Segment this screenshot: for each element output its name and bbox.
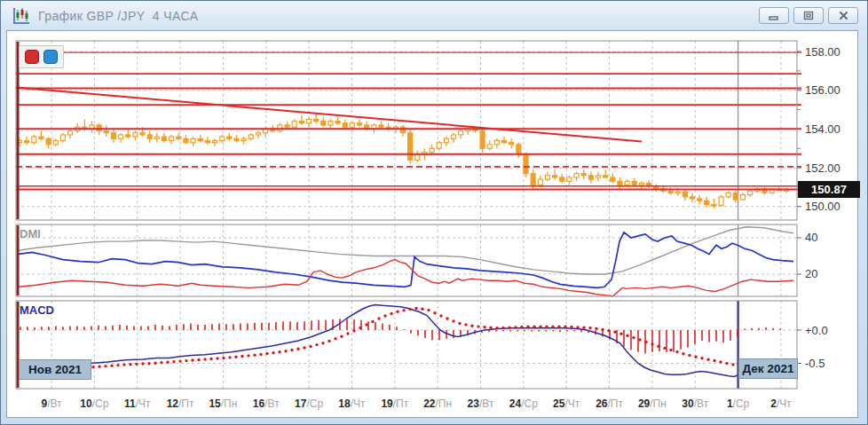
x-axis-labels: 9/Вт10/Ср11/Чт12/Пт15/Пн16/Вт17/Ср18/Чт1…: [41, 397, 792, 410]
candles-layer: [18, 114, 789, 209]
trendline: [16, 87, 642, 141]
panel-borders: [16, 41, 797, 389]
dmi-panel-label: DMI: [20, 227, 41, 240]
svg-text:22/Пн: 22/Пн: [423, 397, 452, 410]
svg-text:19/Пт: 19/Пт: [381, 397, 408, 410]
svg-text:9/Вт: 9/Вт: [41, 397, 62, 410]
svg-text:30/Вт: 30/Вт: [682, 397, 708, 410]
gridlines: [16, 41, 797, 389]
macd-panel-label: MACD: [20, 303, 54, 317]
svg-text:15/Пн: 15/Пн: [209, 397, 237, 410]
svg-text:18/Чт: 18/Чт: [338, 397, 366, 410]
app-window: График GBP /JPY 4 ЧАСА 158.00156.00154.0…: [0, 0, 868, 425]
month-label-nov: Нов 2021: [19, 359, 91, 380]
svg-text:154.00: 154.00: [805, 122, 840, 136]
svg-text:25/Чт: 25/Чт: [553, 397, 580, 410]
svg-text:158.00: 158.00: [805, 45, 840, 59]
svg-text:1/Ср: 1/Ср: [727, 397, 750, 410]
svg-text:20: 20: [805, 267, 817, 280]
chart-toolbar: [19, 45, 64, 68]
svg-text:11/Чт: 11/Чт: [124, 397, 151, 410]
svg-text:-0.5: -0.5: [805, 357, 825, 370]
svg-text:29/Пн: 29/Пн: [638, 397, 667, 410]
macd-axis: +0.0-0.5: [797, 324, 828, 371]
svg-text:2/Чт: 2/Чт: [770, 397, 792, 410]
svg-text:156.00: 156.00: [805, 83, 840, 97]
red-marker-button[interactable]: [25, 50, 39, 64]
adx-line: [19, 227, 793, 274]
svg-text:152.00: 152.00: [805, 161, 840, 175]
svg-text:40: 40: [805, 231, 817, 244]
macd-line: [19, 305, 738, 377]
current-price-tag: 150.87: [798, 181, 860, 198]
svg-text:+0.0: +0.0: [805, 324, 828, 337]
svg-text:26/Пт: 26/Пт: [596, 397, 623, 410]
svg-text:23/Вт: 23/Вт: [468, 397, 494, 410]
svg-text:16/Вт: 16/Вт: [253, 397, 280, 410]
dmi-axis: 4020: [797, 231, 817, 280]
blue-marker-button[interactable]: [43, 50, 58, 64]
month-label-dec: Дек 2021: [738, 358, 798, 379]
svg-text:10/Ср: 10/Ср: [80, 397, 108, 410]
svg-text:24/Ср: 24/Ср: [509, 397, 538, 410]
minus-di-line: [19, 260, 793, 296]
svg-text:150.00: 150.00: [805, 200, 840, 213]
svg-text:17/Ср: 17/Ср: [295, 397, 323, 410]
svg-text:12/Пт: 12/Пт: [167, 397, 194, 410]
